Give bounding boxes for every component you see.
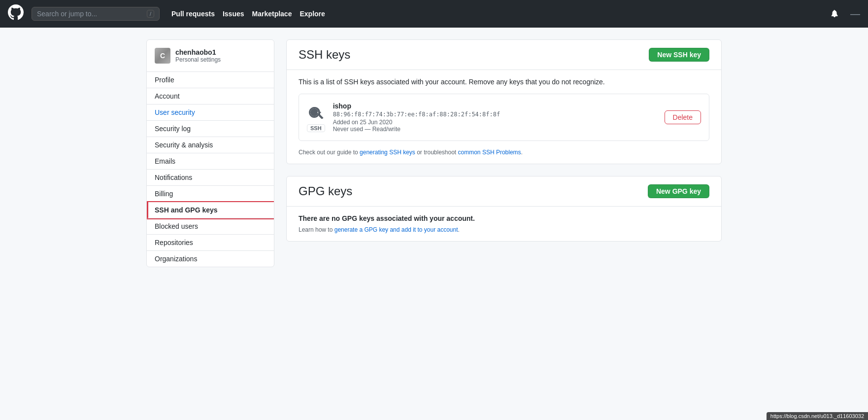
ssh-section-header: SSH keys New SSH key	[287, 40, 721, 70]
explore-link[interactable]: Explore	[300, 10, 325, 18]
notifications-bell-icon[interactable]	[831, 8, 838, 20]
new-gpg-key-button[interactable]: New GPG key	[648, 184, 709, 198]
key-added: Added on 25 Jun 2020	[333, 119, 657, 126]
search-placeholder: Search or jump to...	[37, 10, 143, 18]
user-info: chenhaobo1 Personal settings	[175, 48, 221, 63]
sidebar-subtitle: Personal settings	[175, 56, 221, 63]
sidebar-item-notifications[interactable]: Notifications	[147, 170, 274, 186]
sidebar-item-account[interactable]: Account	[147, 88, 274, 105]
key-name: ishop	[333, 102, 657, 110]
key-usage: Never used — Read/write	[333, 126, 657, 133]
minimize-icon[interactable]: —	[850, 8, 860, 20]
search-kbd: /	[147, 10, 154, 18]
issues-link[interactable]: Issues	[223, 10, 244, 18]
gpg-section-header: GPG keys New GPG key	[287, 176, 721, 207]
ssh-section-body: This is a list of SSH keys associated wi…	[287, 70, 721, 164]
gpg-learn-suffix: .	[458, 226, 460, 233]
topnav: Search or jump to... / Pull requests Iss…	[0, 0, 868, 28]
ssh-section-title: SSH keys	[299, 48, 350, 62]
ssh-key-icon-wrap: SSH	[307, 103, 325, 132]
sidebar-item-security-analysis[interactable]: Security & analysis	[147, 137, 274, 153]
sidebar-item-user-security[interactable]: User security	[147, 105, 274, 121]
ssh-keys-section: SSH keys New SSH key This is a list of S…	[286, 39, 722, 164]
sidebar-item-repositories[interactable]: Repositories	[147, 235, 274, 251]
gpg-empty-text: There are no GPG keys associated with yo…	[299, 214, 709, 222]
generating-ssh-keys-link[interactable]: generating SSH keys	[360, 149, 415, 156]
ssh-section-desc: This is a list of SSH keys associated wi…	[299, 78, 709, 86]
main-content: SSH keys New SSH key This is a list of S…	[286, 39, 722, 253]
sidebar-item-ssh-gpg-keys[interactable]: SSH and GPG keys	[147, 202, 274, 218]
sidebar: C chenhaobo1 Personal settings Profile A…	[146, 39, 274, 267]
key-details: ishop 88:96:f8:f7:74:3b:77:ee:f8:af:88:2…	[333, 102, 657, 133]
key-icon	[308, 103, 324, 122]
ssh-badge: SSH	[307, 124, 325, 132]
avatar: C	[155, 48, 170, 64]
sidebar-item-profile[interactable]: Profile	[147, 72, 274, 88]
sidebar-item-emails[interactable]: Emails	[147, 153, 274, 170]
sidebar-item-billing[interactable]: Billing	[147, 186, 274, 202]
key-fingerprint: 88:96:f8:f7:74:3b:77:ee:f8:af:88:28:2f:5…	[333, 111, 657, 118]
pull-requests-link[interactable]: Pull requests	[171, 10, 215, 18]
gpg-learn-text: Learn how to generate a GPG key and add …	[299, 226, 709, 233]
sidebar-item-organizations[interactable]: Organizations	[147, 251, 274, 267]
gpg-section-body: There are no GPG keys associated with yo…	[287, 207, 721, 241]
common-ssh-problems-link[interactable]: common SSH Problems	[458, 149, 521, 156]
new-ssh-key-button[interactable]: New SSH key	[649, 48, 709, 62]
generate-gpg-key-link[interactable]: generate a GPG key and add it to your ac…	[334, 226, 458, 233]
sidebar-item-blocked-users[interactable]: Blocked users	[147, 218, 274, 235]
sidebar-header: C chenhaobo1 Personal settings	[147, 40, 274, 72]
gpg-keys-section: GPG keys New GPG key There are no GPG ke…	[286, 176, 722, 242]
sidebar-username: chenhaobo1	[175, 48, 221, 56]
topnav-links: Pull requests Issues Marketplace Explore	[171, 10, 325, 18]
guide-middle: or troubleshoot	[415, 149, 458, 156]
gpg-section-title: GPG keys	[299, 184, 352, 198]
github-logo-icon[interactable]	[8, 4, 24, 23]
guide-text: Check out our guide to generating SSH ke…	[299, 149, 709, 156]
ssh-key-card: SSH ishop 88:96:f8:f7:74:3b:77:ee:f8:af:…	[299, 94, 709, 141]
guide-suffix: .	[521, 149, 523, 156]
sidebar-item-security-log[interactable]: Security log	[147, 121, 274, 137]
marketplace-link[interactable]: Marketplace	[252, 10, 292, 18]
guide-prefix: Check out our guide to	[299, 149, 360, 156]
gpg-learn-prefix: Learn how to	[299, 226, 334, 233]
search-bar[interactable]: Search or jump to... /	[32, 7, 160, 21]
delete-ssh-key-button[interactable]: Delete	[665, 110, 701, 124]
page-layout: C chenhaobo1 Personal settings Profile A…	[138, 39, 730, 267]
